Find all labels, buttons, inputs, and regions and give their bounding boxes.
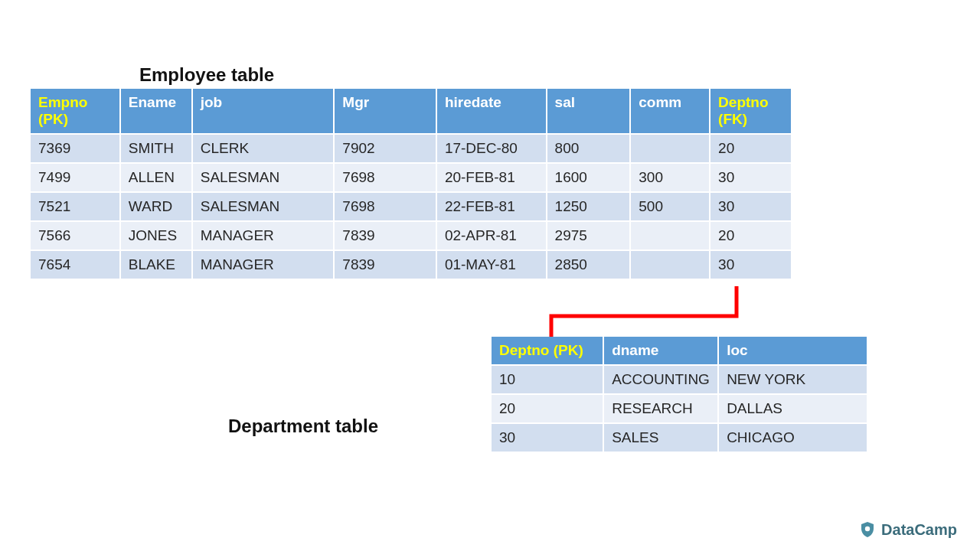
cell: 7839 [334, 221, 436, 250]
cell: 7902 [334, 134, 436, 163]
table-row: 7521WARDSALESMAN769822-FEB-81125050030 [30, 192, 792, 221]
col-hiredate: hiredate [436, 88, 547, 134]
cell: NEW YORK [718, 365, 867, 394]
cell: 7521 [30, 192, 120, 221]
cell: 30 [710, 163, 792, 192]
cell: 22-FEB-81 [436, 192, 547, 221]
table-row: 7654BLAKEMANAGER783901-MAY-81285030 [30, 250, 792, 279]
cell: ACCOUNTING [603, 365, 718, 394]
cell: 30 [710, 250, 792, 279]
table-row: 20RESEARCHDALLAS [491, 394, 867, 423]
cell: 20-FEB-81 [436, 163, 547, 192]
col-comm: comm [630, 88, 710, 134]
cell: 1600 [547, 163, 631, 192]
col-job: job [192, 88, 335, 134]
cell: 7566 [30, 221, 120, 250]
cell: 30 [491, 423, 603, 452]
col-mgr: Mgr [334, 88, 436, 134]
cell: WARD [120, 192, 192, 221]
col-loc: loc [718, 336, 867, 365]
cell: DALLAS [718, 394, 867, 423]
col-empno: Empno (PK) [30, 88, 120, 134]
employee-header-row: Empno (PK) Ename job Mgr hiredate sal co… [30, 88, 792, 134]
cell: SALESMAN [192, 163, 335, 192]
department-table-title: Department table [228, 416, 378, 437]
col-ename: Ename [120, 88, 192, 134]
cell: 01-MAY-81 [436, 250, 547, 279]
cell [630, 250, 710, 279]
cell: RESEARCH [603, 394, 718, 423]
table-row: 7499ALLENSALESMAN769820-FEB-81160030030 [30, 163, 792, 192]
cell: 7654 [30, 250, 120, 279]
col-deptno-pk: Deptno (PK) [491, 336, 603, 365]
cell: 7698 [334, 163, 436, 192]
cell: 1250 [547, 192, 631, 221]
employee-table: Empno (PK) Ename job Mgr hiredate sal co… [29, 87, 792, 280]
table-row: 7369SMITHCLERK790217-DEC-8080020 [30, 134, 792, 163]
cell [630, 221, 710, 250]
cell: 7369 [30, 134, 120, 163]
brand-logo: DataCamp [858, 520, 957, 539]
cell: ALLEN [120, 163, 192, 192]
brand-name: DataCamp [881, 521, 957, 539]
cell: 20 [491, 394, 603, 423]
cell: 30 [710, 192, 792, 221]
table-row: 7566JONESMANAGER783902-APR-81297520 [30, 221, 792, 250]
cell: SALESMAN [192, 192, 335, 221]
col-deptno: Deptno (FK) [710, 88, 792, 134]
cell: 2975 [547, 221, 631, 250]
cell: SMITH [120, 134, 192, 163]
svg-point-0 [865, 527, 870, 531]
department-header-row: Deptno (PK) dname loc [491, 336, 867, 365]
cell: 500 [630, 192, 710, 221]
cell [630, 134, 710, 163]
cell: 2850 [547, 250, 631, 279]
cell: CLERK [192, 134, 335, 163]
cell: 7698 [334, 192, 436, 221]
col-dname: dname [603, 336, 718, 365]
cell: JONES [120, 221, 192, 250]
cell: 300 [630, 163, 710, 192]
shield-icon [858, 520, 877, 539]
cell: MANAGER [192, 221, 335, 250]
table-row: 30SALESCHICAGO [491, 423, 867, 452]
cell: 02-APR-81 [436, 221, 547, 250]
cell: 7499 [30, 163, 120, 192]
cell: 800 [547, 134, 631, 163]
cell: SALES [603, 423, 718, 452]
cell: 20 [710, 134, 792, 163]
cell: BLAKE [120, 250, 192, 279]
cell: MANAGER [192, 250, 335, 279]
cell: 10 [491, 365, 603, 394]
col-sal: sal [547, 88, 631, 134]
table-row: 10ACCOUNTINGNEW YORK [491, 365, 867, 394]
cell: 7839 [334, 250, 436, 279]
cell: 17-DEC-80 [436, 134, 547, 163]
cell: 20 [710, 221, 792, 250]
department-table: Deptno (PK) dname loc 10ACCOUNTINGNEW YO… [490, 335, 868, 453]
employee-table-title: Employee table [139, 64, 274, 86]
cell: CHICAGO [718, 423, 867, 452]
